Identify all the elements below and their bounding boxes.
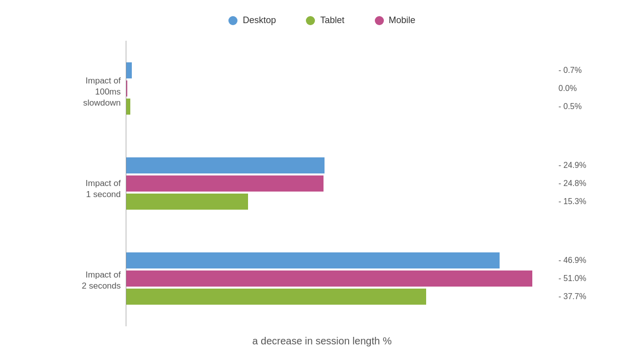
- bar-row-1-0: [126, 157, 553, 173]
- x-axis-label: a decrease in session length %: [253, 335, 392, 347]
- chart-area: Impact of 100ms slowdownImpact of 1 seco…: [45, 41, 599, 326]
- bar-group-2: [126, 249, 553, 308]
- value-label-0-2: - 0.5%: [558, 99, 599, 115]
- bar-1-0-desktop: [126, 157, 325, 173]
- legend-item-tablet: Tablet: [306, 15, 344, 26]
- bar-row-2-2: [126, 289, 553, 305]
- legend-label-tablet: Tablet: [320, 15, 344, 26]
- value-label-2-1: - 51.0%: [558, 270, 599, 287]
- values-col: - 0.7%0.0%- 0.5%- 24.9%- 24.8%- 15.3%- 4…: [553, 41, 599, 326]
- legend-dot-tablet: [306, 16, 315, 25]
- value-group-1: - 24.9%- 24.8%- 15.3%: [558, 154, 599, 213]
- bars-section: [126, 41, 553, 326]
- bar-row-2-0: [126, 252, 553, 268]
- bar-2-1-mobile: [126, 270, 532, 287]
- bar-group-0: [126, 59, 553, 118]
- bar-row-1-2: [126, 194, 553, 210]
- value-label-0-1: 0.0%: [558, 80, 599, 97]
- bar-1-2-tablet: [126, 194, 248, 210]
- bar-row-1-1: [126, 175, 553, 192]
- legend-label-desktop: Desktop: [243, 15, 276, 26]
- value-group-2: - 46.9%- 51.0%- 37.7%: [558, 249, 599, 308]
- y-label-0: Impact of 100ms slowdown: [45, 75, 121, 109]
- bar-2-2-tablet: [126, 289, 426, 305]
- bar-2-0-desktop: [126, 252, 500, 268]
- legend-item-desktop: Desktop: [228, 15, 276, 26]
- value-label-1-0: - 24.9%: [558, 157, 599, 173]
- legend-item-mobile: Mobile: [375, 15, 416, 26]
- y-label-1: Impact of 1 second: [45, 178, 121, 200]
- bar-0-0-desktop: [126, 62, 132, 78]
- bar-row-0-0: [126, 62, 553, 78]
- value-label-0-0: - 0.7%: [558, 62, 599, 78]
- value-label-1-1: - 24.8%: [558, 175, 599, 192]
- bar-group-1: [126, 154, 553, 213]
- value-label-2-0: - 46.9%: [558, 252, 599, 268]
- legend-label-mobile: Mobile: [389, 15, 416, 26]
- bar-row-0-1: [126, 80, 553, 97]
- bar-row-2-1: [126, 270, 553, 287]
- bar-0-1-mobile: [126, 80, 127, 97]
- chart-container: Desktop Tablet Mobile Impact of 100ms sl…: [45, 15, 599, 347]
- chart-legend: Desktop Tablet Mobile: [228, 15, 415, 26]
- legend-dot-desktop: [228, 16, 237, 25]
- value-label-2-2: - 37.7%: [558, 289, 599, 305]
- legend-dot-mobile: [375, 16, 384, 25]
- bar-row-0-2: [126, 99, 553, 115]
- bar-0-2-tablet: [126, 99, 130, 115]
- bar-1-1-mobile: [126, 175, 324, 192]
- value-label-1-2: - 15.3%: [558, 194, 599, 210]
- y-label-2: Impact of 2 seconds: [45, 269, 121, 292]
- value-group-0: - 0.7%0.0%- 0.5%: [558, 59, 599, 118]
- y-labels: Impact of 100ms slowdownImpact of 1 seco…: [45, 41, 126, 326]
